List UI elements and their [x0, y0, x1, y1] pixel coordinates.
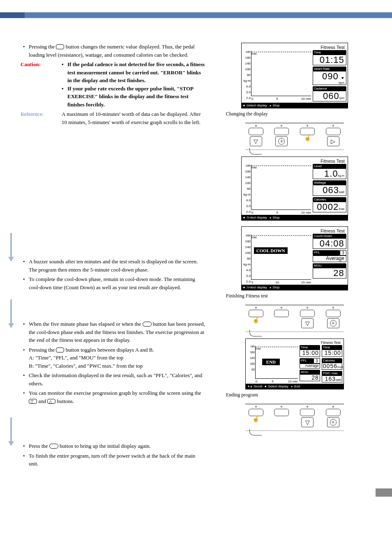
countdown-value: 04:08	[313, 238, 346, 249]
panel-button-4[interactable]	[326, 128, 341, 135]
pwc-value: 163	[325, 375, 336, 382]
button-panel: ☝	[245, 404, 344, 431]
paragraph-power-off: To finish the entire program, turn off t…	[21, 452, 205, 468]
panel-button-2[interactable]	[274, 409, 289, 416]
caption-finishing: Finishing Fitness test	[226, 293, 371, 299]
cadence-value: 060	[323, 91, 339, 101]
mou-value: 28	[313, 268, 346, 279]
graph-area: max HR18014010060 kg·m4.03.02.01.0 51015…	[251, 235, 311, 280]
flow-arrow-icon	[8, 233, 14, 262]
header-bar	[0, 12, 392, 18]
panel-button-1[interactable]	[249, 310, 263, 317]
paragraph-end-cooldown: When the five minute phase has elapsed o…	[21, 320, 205, 344]
panel-button-1[interactable]	[249, 409, 263, 416]
hand-pointer-icon: ☝	[252, 317, 259, 324]
button-panel: ☝	[245, 305, 344, 332]
reference-text: A maximum of 10-minutes' worth of data c…	[62, 110, 205, 126]
up-button-icon	[47, 399, 55, 404]
panel-down-button[interactable]	[250, 136, 262, 146]
time-value-a: 15:00	[300, 350, 320, 357]
calories-value: 0002	[317, 202, 339, 212]
paragraph-scroll: You can monitor the exercise progression…	[21, 389, 205, 405]
panel-button-1[interactable]	[249, 128, 263, 135]
calories-value: 0056	[323, 363, 337, 369]
panel-plus-button[interactable]	[327, 417, 339, 427]
panel-plus-button[interactable]	[327, 318, 339, 328]
screens-column: Fitness Test max HR18014010060 kg·m4.03.…	[214, 43, 371, 480]
button-panel: ☝	[245, 123, 344, 150]
oval-button-icon	[49, 444, 58, 449]
time-value-b: 15:00	[322, 350, 342, 357]
paragraph-initial-display: Press the button to bring up the initial…	[21, 442, 205, 450]
panel-button-2[interactable]	[274, 310, 289, 317]
panel-button-3[interactable]	[300, 128, 315, 135]
device-screen-time: Fitness Test max HR18014010060 kg·m4.03.…	[241, 43, 348, 108]
paragraph-buzzer: A buzzer sounds after ten minutes and th…	[21, 258, 205, 274]
panel-button-3[interactable]	[300, 409, 315, 416]
oval-button-icon	[143, 322, 152, 327]
page-corner-tab	[376, 488, 392, 497]
device-screen-level: Fitness Test max HR18014010060 kg·m4.03.…	[241, 157, 348, 221]
device-screen-cooldown: Fitness Test COOL DOWN max HR18014010060…	[241, 226, 348, 290]
device-screen-end: Fitness Test END max HR18014010060 0510 …	[245, 339, 344, 389]
mou-value: 28	[300, 374, 320, 381]
caution-label: Caution:	[21, 60, 62, 108]
wattage-value: 063	[323, 185, 339, 195]
hr-value: 090	[322, 71, 339, 81]
rect-button-icon	[56, 44, 64, 49]
caution-item-1: If the pedal cadence is not detected for…	[62, 60, 205, 85]
main-text-column: Pressing the button changes the numeric …	[21, 43, 214, 480]
pfl-value: 3	[340, 250, 346, 256]
down-button-icon	[29, 399, 37, 404]
panel-play-button[interactable]	[327, 136, 339, 146]
graph-area: max HR18014010060 kg·m4.03.02.01.0 0510 …	[251, 165, 311, 210]
paragraph-display-toggle: Pressing the button changes the numeric …	[21, 43, 205, 59]
caption-ending: Ending program	[226, 392, 371, 398]
caption-changing-display: Changing the display	[226, 111, 371, 117]
graph-area: max HR18014010060 0510 min	[255, 346, 298, 379]
paragraph-check-info: Check the information displayed in the t…	[21, 371, 205, 387]
panel-plus-button[interactable]	[275, 136, 288, 146]
hand-pointer-icon: ☝	[304, 135, 311, 142]
paragraph-cooldown: To complete the cool-down phase, remain …	[21, 275, 205, 291]
screen-title: Fitness Test	[243, 44, 346, 50]
caution-item-2: If your pulse rate exceeds the upper pul…	[62, 85, 205, 109]
paragraph-toggle-ab: Pressing the button toggles between disp…	[21, 346, 205, 370]
graph-area: max HR18014010060 kg·m4.03.02.01.0 0510 …	[251, 51, 311, 96]
panel-button-4[interactable]	[326, 310, 341, 317]
panel-down-button[interactable]	[301, 417, 314, 427]
flow-arrow-icon	[8, 417, 14, 446]
time-value: 01:15	[313, 55, 346, 65]
panel-down-button[interactable]	[301, 318, 314, 328]
flow-arrow-icon	[8, 299, 14, 328]
panel-button-4[interactable]	[326, 409, 341, 416]
rect-button-icon	[56, 348, 64, 352]
panel-button-2[interactable]	[274, 128, 289, 135]
level-value: 1.0	[324, 168, 338, 179]
reference-label: Reference:	[21, 110, 62, 126]
heart-icon	[341, 71, 344, 81]
panel-button-3[interactable]	[300, 310, 315, 317]
hand-pointer-icon: ☝	[252, 416, 259, 423]
